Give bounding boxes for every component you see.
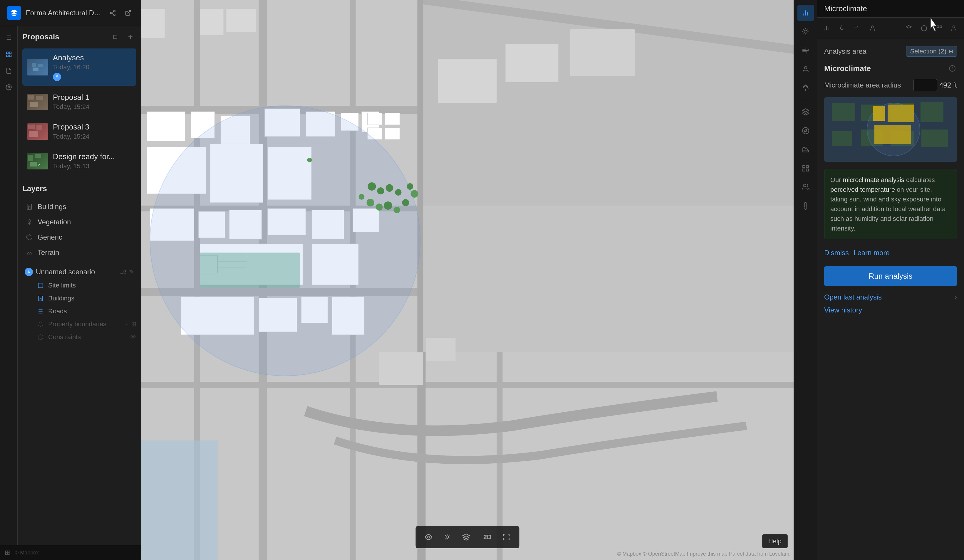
radius-input: 492 ft [914,79,957,91]
eye-control-button[interactable] [420,529,436,545]
toolbar-layers-button[interactable] [798,104,814,120]
panel-layers-icon[interactable] [902,21,916,35]
radius-value-display: 492 ft [939,81,957,89]
proposal-item-analyses[interactable]: Analyses Today, 16:20 A [22,49,136,86]
toolbar-users-button[interactable] [798,179,814,195]
sublayer-roads[interactable]: Roads [22,305,136,318]
svg-point-90 [307,158,312,162]
svg-marker-114 [803,109,809,112]
view-history-row[interactable]: View history [824,306,957,314]
external-link-button[interactable] [122,7,134,19]
3d-control-button[interactable] [458,529,474,545]
buildings-icon [25,202,34,211]
proposal-info-analyses: Analyses Today, 16:20 A [53,53,132,81]
property-add-icon[interactable]: + [125,320,129,328]
camera-control-button[interactable] [439,529,455,545]
fullscreen-control-button[interactable] [498,529,515,545]
open-last-analysis-row[interactable]: Open last analysis › [824,293,957,301]
proposals-add-button[interactable]: + [125,31,136,42]
selection-badge[interactable]: Selection (2) ⊞ [906,46,957,57]
svg-rect-14 [28,95,34,99]
sublayer-roads-label: Roads [48,307,67,315]
toolbar-person-button[interactable] [798,61,814,78]
microclimate-info-icon[interactable] [948,64,957,73]
svg-line-4 [112,11,114,13]
toolbar-tree-button[interactable] [798,80,814,96]
svg-rect-22 [30,162,37,167]
svg-rect-138 [832,103,855,121]
layer-terrain[interactable]: Terrain ✎ [22,245,136,260]
proposal-item-design[interactable]: A Design ready for... Today, 15:13 [22,148,136,175]
svg-rect-44 [141,9,165,38]
toolbar-grid-button[interactable] [798,160,814,177]
svg-line-108 [808,34,808,34]
sublayer-site-limits[interactable]: Site limits [22,279,136,292]
app-logo[interactable] [7,6,21,20]
proposal-name-design: Design ready for... [53,152,132,161]
svg-rect-118 [803,166,805,168]
svg-rect-117 [803,150,809,152]
toolbar-wind-button[interactable] [798,42,814,59]
panel-compass-icon[interactable] [917,21,931,35]
proposal-item-1[interactable]: Proposal 1 Today, 15:24 [22,88,136,115]
toolbar-microclimate-button[interactable] [798,198,814,214]
svg-point-100 [446,536,449,539]
toolbar-terrain-button[interactable] [798,141,814,158]
svg-rect-95 [426,338,456,361]
menu-icon[interactable]: ☰ [2,31,16,45]
svg-rect-121 [806,169,809,171]
constraints-icon [36,333,45,341]
scenario-header[interactable]: A Unnamed scenario ⎇ ✎ [22,265,136,279]
panel-grid-icon[interactable] [932,21,946,35]
panel-wind-icon[interactable] [850,21,864,35]
layer-generic-label: Generic [37,233,62,241]
svg-rect-45 [200,9,223,35]
run-analysis-button[interactable]: Run analysis [824,266,957,286]
proposal-item-3[interactable]: Proposal 3 Today, 15:24 [22,118,136,145]
info-text-2: calculates [904,176,935,183]
sidebar-status-icon[interactable]: ⊞ [5,549,10,557]
sublayer-buildings[interactable]: Buildings [22,292,136,305]
property-link-icon[interactable]: ⊞ [131,320,136,328]
toolbar-chart-button[interactable] [798,5,814,21]
sublayer-property-boundaries[interactable]: Property boundaries + ⊞ [22,318,136,331]
map-background[interactable] [141,0,794,560]
constraints-eye-icon[interactable]: 👁 [130,333,136,341]
svg-rect-16 [30,102,38,107]
svg-point-10 [8,86,10,88]
proposals-icon[interactable] [2,47,16,62]
svg-rect-149 [922,130,948,147]
dismiss-button[interactable]: Dismiss [824,247,849,259]
radius-text-field[interactable] [914,79,937,91]
open-last-label[interactable]: Open last analysis [824,293,882,301]
panel-chart-icon[interactable] [819,21,834,35]
help-button[interactable]: Help [762,534,788,548]
panel-sun-icon[interactable] [835,21,849,35]
share-button[interactable] [107,7,119,19]
svg-point-113 [804,67,807,69]
svg-line-111 [803,34,804,34]
svg-text:A: A [38,163,40,167]
toolbar-compass-button[interactable] [798,122,814,139]
scenario-branch-icon[interactable]: ⎇ [120,268,127,276]
panel-body: Analysis area Selection (2) ⊞ Microclima… [817,39,964,560]
documents-icon[interactable] [2,64,16,78]
2d-control-button[interactable]: 2D [479,529,496,545]
layer-vegetation[interactable]: Vegetation [22,214,136,230]
svg-rect-75 [385,128,400,140]
info-highlight: microclimate analysis [843,176,904,183]
view-history-label[interactable]: View history [824,306,862,314]
svg-rect-47 [147,112,186,141]
panel-person-icon[interactable] [865,21,879,35]
svg-point-104 [804,30,807,34]
toolbar-sun-button[interactable] [798,23,814,40]
proposals-filter-button[interactable]: ⊟ [109,31,121,42]
learn-more-button[interactable]: Learn more [853,247,890,259]
sublayer-constraints[interactable]: Constraints 👁 [22,331,136,344]
layer-generic[interactable]: Generic [22,230,136,245]
panel-users-icon[interactable] [948,21,962,35]
layer-buildings[interactable]: Buildings [22,199,136,214]
scenario-edit-icon[interactable]: ✎ [129,268,134,276]
settings-icon[interactable] [2,80,16,94]
proposal-badge-analyses: A [53,73,132,81]
